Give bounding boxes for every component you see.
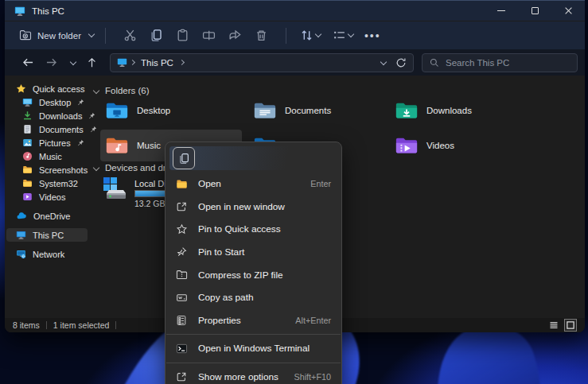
menu-item-pin-to-start[interactable]: Pin to Start — [165, 241, 341, 264]
this-pc-icon — [16, 230, 26, 240]
chevron-down-icon — [88, 31, 95, 37]
paste-icon — [176, 29, 189, 42]
menu-separator — [166, 334, 341, 335]
sidebar-item-label: Desktop — [39, 98, 71, 107]
cut-button[interactable] — [117, 29, 143, 42]
menu-item-copy-as-path[interactable]: Copy as path — [165, 286, 341, 309]
close-button[interactable] — [551, 1, 585, 21]
pin-start-icon — [175, 246, 188, 258]
sidebar-item-quick-access[interactable]: Quick access — [6, 82, 88, 95]
menu-item-shortcut: Shift+F10 — [294, 372, 331, 382]
sidebar-item-label: System32 — [39, 179, 78, 188]
copy-icon — [150, 29, 163, 42]
sidebar-item-downloads[interactable]: Downloads — [6, 109, 88, 122]
sidebar-item-pictures[interactable]: Pictures — [6, 136, 88, 149]
menu-item-open[interactable]: Open Enter — [165, 173, 341, 196]
share-icon — [228, 29, 242, 42]
documents-icon — [22, 124, 33, 134]
menu-item-pin-quick-access[interactable]: Pin to Quick access — [165, 218, 341, 241]
navigation-pane: Quick access Desktop Downloads Documents — [6, 82, 88, 318]
pin-quick-access-icon — [175, 223, 188, 235]
address-bar[interactable]: This PC — [110, 53, 414, 72]
sidebar-item-label: Videos — [39, 192, 65, 202]
menu-item-compress-zip[interactable]: Compress to ZIP file — [165, 263, 341, 286]
folder-tile-documents[interactable]: Documents — [248, 95, 390, 126]
selection-count: 1 item selected — [53, 320, 110, 330]
open-folder-icon — [175, 177, 188, 190]
sidebar-item-label: Screenshots — [39, 165, 88, 175]
rename-button[interactable] — [196, 29, 222, 42]
forward-icon[interactable] — [45, 57, 57, 68]
sort-button[interactable] — [298, 29, 324, 42]
folder-tile-label: Downloads — [426, 106, 472, 115]
menu-item-label: Open in new window — [198, 201, 285, 212]
delete-button[interactable] — [248, 29, 275, 42]
address-dropdown-chevron-icon[interactable] — [380, 58, 387, 64]
folder-icon — [22, 178, 33, 188]
search-input[interactable]: Search This PC — [422, 53, 578, 72]
breadcrumb[interactable]: This PC — [141, 58, 173, 68]
menu-item-properties[interactable]: Properties Alt+Enter — [165, 309, 341, 332]
open-new-window-icon — [175, 200, 188, 213]
downloads-folder-icon — [395, 99, 419, 122]
details-view-button[interactable] — [548, 320, 559, 331]
pin-icon — [90, 126, 97, 133]
sidebar-item-label: Pictures — [39, 138, 71, 148]
more-options-button[interactable]: ••• — [364, 29, 381, 42]
chevron-down-icon — [348, 31, 354, 37]
new-folder-button[interactable]: New folder — [19, 29, 94, 43]
menu-item-open-new-window[interactable]: Open in new window — [165, 196, 341, 219]
sidebar-item-network[interactable]: Network — [6, 247, 88, 261]
menu-item-shortcut: Enter — [310, 179, 331, 188]
videos-icon — [22, 192, 33, 202]
menu-item-open-windows-terminal[interactable]: Open in Windows Terminal — [165, 337, 341, 360]
menu-item-show-more-options[interactable]: Show more options Shift+F10 — [165, 366, 341, 384]
title-bar[interactable]: This PC — [5, 0, 585, 21]
folder-tile-desktop[interactable]: Desktop — [100, 95, 242, 126]
sidebar-item-system32[interactable]: System32 — [6, 176, 88, 190]
pin-icon — [88, 112, 95, 119]
sidebar-item-screenshots[interactable]: Screenshots — [6, 163, 88, 176]
sidebar-item-label: This PC — [33, 231, 64, 240]
search-placeholder: Search This PC — [446, 58, 509, 68]
copy-button[interactable] — [143, 29, 169, 42]
maximize-button[interactable] — [518, 1, 551, 21]
desktop: This PC New folder — [0, 0, 588, 384]
this-pc-monitor-icon — [14, 6, 25, 17]
delete-icon — [255, 29, 268, 42]
network-icon — [16, 249, 26, 259]
minimize-button[interactable] — [485, 1, 518, 21]
view-button[interactable] — [330, 29, 356, 42]
folder-tile-videos[interactable]: Videos — [390, 130, 532, 161]
paste-button[interactable] — [169, 29, 196, 42]
refresh-icon[interactable] — [395, 57, 407, 68]
onedrive-icon — [16, 211, 27, 221]
sidebar-item-onedrive[interactable]: OneDrive — [6, 209, 88, 223]
recent-locations-chevron-icon[interactable] — [70, 58, 76, 64]
desktop-icon — [22, 97, 33, 107]
up-icon[interactable] — [87, 57, 97, 68]
search-icon — [430, 58, 439, 68]
properties-icon — [175, 314, 188, 327]
sidebar-item-documents[interactable]: Documents — [6, 122, 88, 136]
folder-tile-label: Desktop — [137, 106, 170, 115]
sidebar-item-this-pc[interactable]: This PC — [6, 228, 88, 242]
downloads-icon — [22, 111, 33, 121]
sidebar-item-music[interactable]: Music — [6, 149, 88, 163]
menu-item-label: Copy as path — [198, 292, 254, 303]
chevron-down-icon — [315, 31, 321, 37]
menu-item-label: Compress to ZIP file — [198, 270, 283, 281]
folder-tile-downloads[interactable]: Downloads — [390, 95, 532, 126]
copy-quick-action[interactable] — [173, 147, 195, 169]
share-button[interactable] — [222, 29, 248, 42]
sidebar-item-label: Quick access — [33, 84, 84, 94]
item-count: 8 items — [13, 320, 40, 330]
toolbar-divider — [286, 28, 286, 44]
back-icon[interactable] — [22, 57, 34, 68]
address-row: This PC Search This PC — [5, 49, 585, 76]
copy-path-icon — [175, 291, 188, 304]
sidebar-item-desktop[interactable]: Desktop — [6, 95, 88, 109]
large-icons-view-button[interactable] — [564, 319, 577, 332]
folder-tile-label: Music — [137, 141, 161, 150]
sidebar-item-videos[interactable]: Videos — [6, 190, 88, 204]
